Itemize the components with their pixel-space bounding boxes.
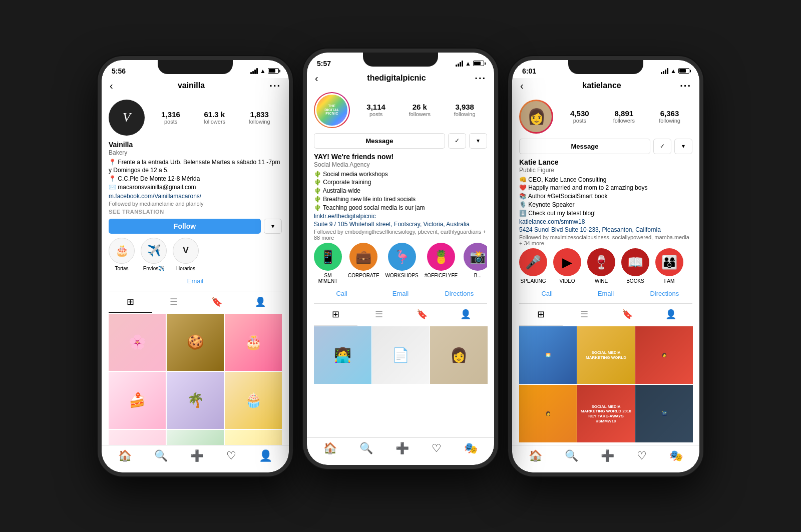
contact-email-2[interactable]: Email [372,288,428,299]
more-button-2[interactable]: ··· [475,73,486,84]
story-books[interactable]: 📖 BOOKS [621,248,649,284]
photo-cell-3-2[interactable]: SOCIAL MEDIA MARKETING WORLD [577,326,635,384]
photo-text-3-4: 👩 [519,385,577,442]
story-officelyfe[interactable]: 🍍 #OFFICELYFE [425,243,458,284]
profile-link-2[interactable]: linktr.ee/thedigitalpicnic [314,213,487,220]
story-workshops[interactable]: 🦩 WORKSHOPS [385,243,419,284]
story-fam[interactable]: 👨‍👩‍👦 FAM [655,248,683,284]
nav-home-1[interactable]: 🏠 [118,449,132,462]
contact-directions-3[interactable]: Directions [637,288,692,299]
profile-link-3[interactable]: katielance.com/smmw18 [519,218,692,225]
bar3 [254,70,256,74]
contact-email-1[interactable]: Email [109,275,282,287]
photo-cell-1-8[interactable]: 💐 [167,430,224,445]
contact-directions-2[interactable]: Directions [432,288,487,299]
nav-add-1[interactable]: ➕ [190,449,204,462]
nav-profile-1[interactable]: 👤 [259,449,272,462]
photo-cell-1-5[interactable]: 🌴 [167,372,224,429]
nav-search-2[interactable]: 🔍 [359,442,373,455]
photo-cell-1-6[interactable]: 🧁 [225,372,282,429]
story-wine[interactable]: 🍷 WINE [587,248,615,284]
highlight-horarios[interactable]: V Horarios [173,238,199,271]
follow-button-1[interactable]: Follow [109,219,261,234]
profile-name-2: YAY! We're friends now! [314,153,487,161]
grid-tab-tagged-1[interactable]: 👤 [239,291,282,313]
contact-call-2[interactable]: Call [314,288,369,299]
nav-heart-1[interactable]: ♡ [226,449,236,462]
story-circle-office: 🍍 [427,243,455,271]
back-button-1[interactable]: ‹ [110,80,113,92]
nav-add-2[interactable]: ➕ [395,442,409,455]
grid-tab-tagged-3[interactable]: 👤 [649,304,693,325]
contact-email-3[interactable]: Email [578,288,633,299]
grid-tab-photos-3[interactable]: ⊞ [519,304,563,325]
stat-label-posts-1: posts [164,119,177,125]
more-button-3[interactable]: ··· [680,80,691,92]
story-sm-moment[interactable]: 📱 SM M'MENT [314,243,342,284]
photo-cell-3-4[interactable]: 👩 [519,385,577,442]
stat-num-following-3: 6,363 [660,109,679,118]
story-label-books: BOOKS [626,278,644,284]
nav-heart-3[interactable]: ♡ [637,449,647,462]
tdp-logo: THEDIGITALPICniC [316,95,347,126]
story-label-speaking: SPEAKING [520,278,546,284]
nav-search-3[interactable]: 🔍 [565,449,578,462]
photo-cell-1-1[interactable]: 🌸 [109,314,166,371]
photo-cell-3-1[interactable]: 🌅 [519,326,577,384]
grid-tab-photos-2[interactable]: ⊞ [314,304,357,325]
photo-cell-1-4[interactable]: 🍰 [109,372,166,429]
grid-tab-bookmark-2[interactable]: 🔖 [400,304,444,325]
wifi-icon-1: ▲ [260,68,266,75]
dropdown-button-3[interactable]: ▾ [674,139,692,154]
photo-cell-1-2[interactable]: 🍪 [167,314,224,371]
stat-num-following-1: 1,833 [250,110,269,119]
person-check-3[interactable]: ✓ [653,139,671,154]
nav-heart-2[interactable]: ♡ [432,442,442,455]
photo-cell-2-1[interactable]: 👩‍💻 [314,326,371,384]
photo-cell-3-6[interactable]: 🌃 [635,385,693,442]
grid-tab-list-3[interactable]: ☰ [563,304,606,325]
grid-tab-list-1[interactable]: ☰ [152,291,196,313]
photo-cell-3-3[interactable]: 👩 [635,326,693,384]
photo-cell-2-2[interactable]: 📄 [372,326,430,384]
story-more[interactable]: 📸 B... [464,243,487,284]
story-video[interactable]: ▶ VIDEO [553,248,581,284]
message-button-3[interactable]: Message [519,139,650,154]
photo-text-3-2: SOCIAL MEDIA MARKETING WORLD [577,326,635,384]
photo-cell-2-3[interactable]: 👩 [430,326,488,384]
grid-tab-list-2[interactable]: ☰ [357,304,401,325]
contact-call-3[interactable]: Call [519,288,575,299]
stat-num-followers-1: 61.3 k [204,110,225,119]
nav-add-3[interactable]: ➕ [601,449,614,462]
dropdown-button-2[interactable]: ▾ [469,133,487,149]
nav-profile-2[interactable]: 🎭 [464,442,478,455]
highlight-circle-envios: ✈️ [141,238,167,264]
photo-cell-1-3[interactable]: 🎂 [225,314,282,371]
profile-link-1[interactable]: m.facebook.com/Vainillamacarons/ [109,193,282,200]
grid-tab-photos-1[interactable]: ⊞ [109,291,152,313]
bottom-nav-1: 🏠 🔍 ➕ ♡ 👤 [102,445,289,472]
nav-home-3[interactable]: 🏠 [529,449,542,462]
grid-tab-bookmark-1[interactable]: 🔖 [195,291,239,313]
message-button-2[interactable]: Message [314,133,445,149]
dropdown-button-1[interactable]: ▾ [264,219,282,234]
highlight-tortas[interactable]: 🎂 Tortas [109,238,135,271]
photo-cell-1-9[interactable]: 🍊 [225,430,282,445]
back-button-2[interactable]: ‹ [315,73,318,84]
person-check-2[interactable]: ✓ [448,133,466,149]
story-corporate[interactable]: 💼 CORPORATE [348,243,379,284]
photo-cell-3-5[interactable]: SOCIAL MEDIA MARKETING WORLD 2018 KEY TA… [577,385,635,442]
photo-emoji-1-3: 🎂 [225,314,282,371]
back-button-3[interactable]: ‹ [520,80,524,92]
nav-home-2[interactable]: 🏠 [323,442,337,455]
highlight-envios[interactable]: ✈️ Envíos✈️ [141,238,167,271]
photo-cell-1-7[interactable]: 🎀 [109,430,166,445]
story-speaking[interactable]: 🎤 SPEAKING [519,248,547,284]
avatar-vainilla: V [109,100,145,136]
see-translation-1[interactable]: SEE TRANSLATION [109,209,282,215]
more-button-1[interactable]: ··· [269,80,281,92]
grid-tab-tagged-2[interactable]: 👤 [444,304,488,325]
nav-profile-3[interactable]: 🎭 [669,449,683,462]
grid-tab-bookmark-3[interactable]: 🔖 [606,304,649,325]
nav-search-1[interactable]: 🔍 [154,449,168,462]
